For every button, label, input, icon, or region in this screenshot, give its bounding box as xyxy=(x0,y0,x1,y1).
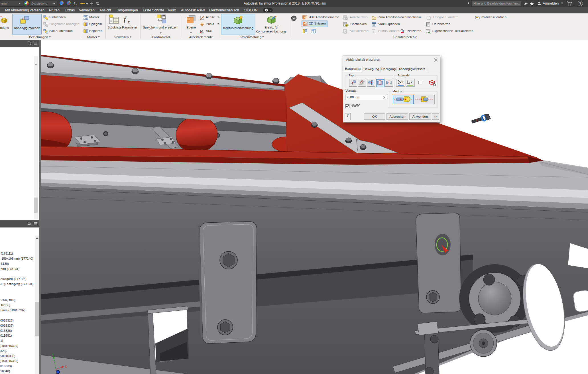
svg-text:Y: Y xyxy=(52,353,54,356)
svg-text:s: s xyxy=(373,30,374,33)
svg-text:f: f xyxy=(124,15,127,23)
svg-text:1: 1 xyxy=(401,80,403,84)
svg-text:x: x xyxy=(75,3,77,6)
svg-text:2: 2 xyxy=(411,80,412,84)
svg-text:x: x xyxy=(127,19,130,25)
svg-text:X: X xyxy=(65,365,67,368)
